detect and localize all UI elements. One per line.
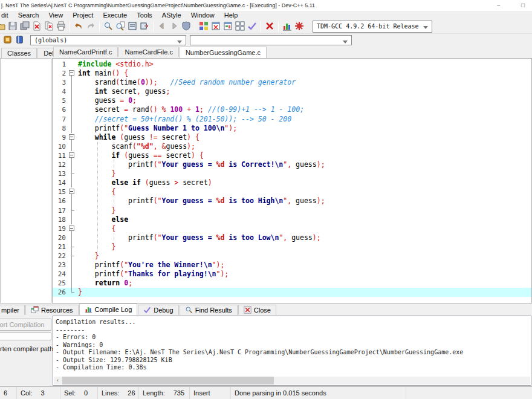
report-tab-close[interactable]: Close [238,305,276,315]
debug-icon [181,21,191,32]
scrollbar-thumb[interactable] [62,377,274,384]
menu-project[interactable]: Project [68,11,98,19]
code-line[interactable]: 20 printf("Your guess = %d is too Low\n"… [53,233,531,242]
code-line[interactable]: 6 secret = rand() % 100 + 1; //(0-99)+1 … [53,105,531,114]
close-all-button[interactable] [43,21,55,33]
code-line[interactable]: 25 return 0; [53,279,531,288]
code-line[interactable]: 22 } [53,251,531,261]
code-line[interactable]: 24 printf("Thanks for playing!\n"); [53,270,531,279]
code-line[interactable]: 2int main() { [53,69,531,78]
redo-button[interactable] [85,21,97,33]
forward-button[interactable] [168,21,180,33]
menu-dit[interactable]: dit [0,11,13,19]
tab-classes[interactable]: Classes [1,48,37,58]
editor-tab-numberguessinggame-c[interactable]: NumberGuessingGame.c [180,47,267,58]
fold-line [68,78,76,87]
code-line[interactable]: 26} [53,288,531,297]
fold-marker-icon[interactable] [68,151,76,160]
code-line[interactable]: 3 srand(time(0)); //Seed random number g… [53,78,531,87]
code-line[interactable]: 17 } [53,206,531,215]
goto-line-button[interactable] [138,21,151,33]
print-button[interactable] [55,21,67,33]
code-line[interactable]: 7 //secret = 50+(rand() % (201-50)); -->… [53,115,531,124]
fold-line [68,115,76,124]
menu-search[interactable]: Search [13,11,44,19]
class-browser-panel [0,58,51,303]
code-line[interactable]: 4 int secret, guess; [53,87,531,96]
rebuild-icon [265,21,274,32]
fold-marker-icon[interactable] [68,224,76,233]
report-tab-resources[interactable]: Resources [25,305,79,315]
profile-button[interactable] [281,21,293,33]
code-line[interactable]: 5 guess = 0; [53,96,531,105]
editor-tab-namecardfile-c[interactable]: NameCardFile.c [118,47,178,57]
undo-button[interactable] [73,21,85,33]
menu-help[interactable]: Help [219,11,243,19]
code-line[interactable]: 13 } [53,169,531,178]
members-select[interactable] [190,35,352,45]
find-button[interactable] [102,21,114,33]
program-reset-button[interactable] [293,21,305,33]
code-line[interactable]: 19 { [53,224,531,233]
report-tab-debug[interactable]: Debug [138,305,178,315]
window-layout-button[interactable] [234,21,246,33]
compiler-select[interactable]: TDM-GCC 4.9.2 64-bit Release [313,21,432,33]
code-line[interactable]: 10 scanf("%d", &guess); [53,142,531,151]
toolbar-separator [278,21,279,32]
maximize-button[interactable]: □ [514,0,532,11]
code-line[interactable]: 9 while (guess != secret) { [53,133,531,142]
find-in-files-button[interactable] [114,21,126,33]
code-line[interactable]: 12 printf("Your guess = %d is Correct!\n… [53,160,531,169]
code-line[interactable]: 23 printf("You're the Winner!\n"); [53,261,531,270]
book-button[interactable] [13,35,25,46]
compile-button[interactable] [246,21,258,33]
bookmark-button[interactable] [1,35,13,46]
code-line[interactable]: 15 { [53,187,531,196]
code-line[interactable]: 1#include <stdio.h> [53,60,531,69]
replace-button[interactable] [126,21,138,33]
report-tab-compile-log[interactable]: Compile Log [79,303,138,315]
globals-select-value: (globals) [34,37,67,44]
editor-tab-namecardprintf-c[interactable]: NameCardPrintf.c [53,47,118,57]
save-button[interactable] [7,21,19,33]
report-tab-find-results[interactable]: Find Results [180,305,238,315]
minimize-button[interactable]: − [490,0,508,11]
debug-button[interactable] [180,21,192,33]
open-button[interactable] [0,21,7,33]
window-title: j. NesT The Series\Aj.NesT C Programming… [0,2,315,8]
menu-view[interactable]: View [44,11,68,19]
code-text: guess = 0; [76,96,137,105]
fold-marker-icon[interactable] [68,69,76,78]
close-all-icon [44,21,54,32]
project-properties-button[interactable] [222,21,234,33]
close-file-button[interactable] [31,21,43,33]
menu-window[interactable]: Window [186,11,219,19]
abort-compilation-button[interactable]: ort Compilation [0,319,51,331]
code-line[interactable]: 21 } [53,242,531,251]
horizontal-scrollbar[interactable]: ‹ [54,377,530,384]
menu-astyle[interactable]: AStyle [157,11,186,19]
code-text: } [76,169,115,178]
status-bar: 6Col:3Sel:0Lines:26Length:735InsertDone … [0,386,532,399]
status-segment-lines-: Lines:26 [98,387,139,399]
back-button[interactable] [156,21,168,33]
code-line[interactable]: 8 printf("Guess Number 1 to 100\n"); [53,124,531,133]
shorten-compiler-paths-label[interactable]: rten compiler paths [0,345,57,352]
save-all-button[interactable] [19,21,31,33]
new-project-button[interactable] [198,21,210,33]
menu-execute[interactable]: Execute [98,11,132,19]
code-editor[interactable]: 1#include <stdio.h>2int main() {3 srand(… [52,58,532,303]
scroll-left-arrow-icon[interactable]: ‹ [54,377,62,384]
report-tabs: mpilerResourcesCompile LogDebugFind Resu… [0,303,532,315]
code-line[interactable]: 16 printf("Your guess = %d is too High\n… [53,196,531,206]
rebuild-button[interactable] [264,21,276,33]
report-tab-mpiler[interactable]: mpiler [0,305,25,315]
remove-button[interactable] [210,21,222,33]
code-line[interactable]: 14 else if (guess > secret) [53,178,531,187]
fold-marker-icon[interactable] [68,133,76,142]
code-line[interactable]: 18 else [53,215,531,224]
fold-marker-icon[interactable] [68,187,76,196]
code-line[interactable]: 11 if (guess == secret) { [53,151,531,160]
globals-select[interactable]: (globals) [30,35,186,45]
menu-tools[interactable]: Tools [132,11,157,19]
